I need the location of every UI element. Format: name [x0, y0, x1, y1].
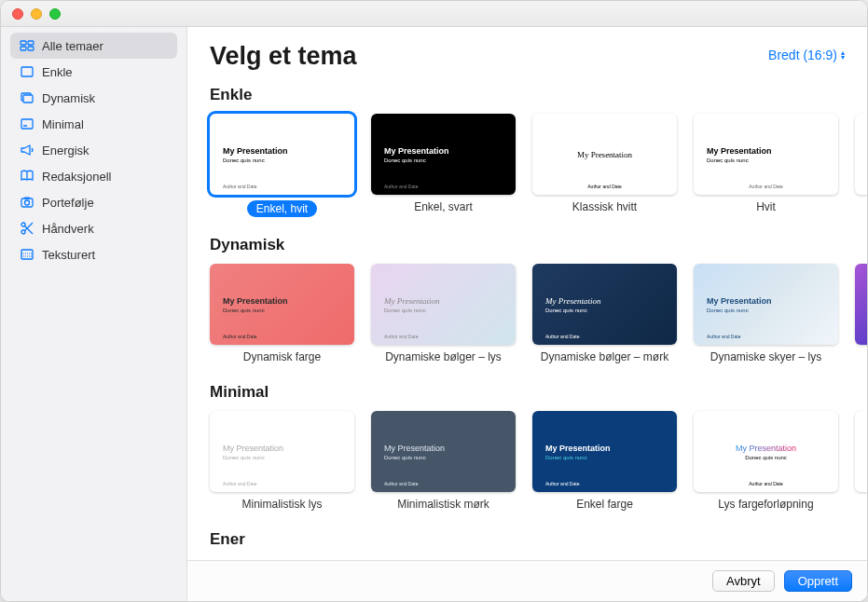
thumb-subtitle: Donec quis nunc — [384, 455, 503, 460]
template-thumbnail: My PresentationDonec quis nuncAuthor and… — [371, 114, 516, 195]
template-item[interactable]: My PresentationDonec quis nuncAuthor and… — [694, 264, 838, 364]
template-thumbnail — [855, 411, 867, 492]
thumb-title: My Presentation — [545, 296, 664, 306]
layers-icon — [20, 90, 34, 105]
thumb-title: My Presentation — [223, 296, 341, 306]
section-title: Ener — [210, 530, 867, 549]
template-thumbnail: My PresentationDonec quis nuncAuthor and… — [532, 114, 677, 195]
sidebar-item-label: Energisk — [42, 144, 90, 157]
svg-point-11 — [25, 200, 30, 205]
template-row: My PresentationDonec quis nuncAuthor and… — [210, 264, 867, 364]
camera-icon — [20, 195, 34, 210]
thumb-title: My Presentation — [384, 444, 503, 453]
template-item-partial[interactable] — [855, 411, 867, 512]
svg-rect-0 — [21, 41, 26, 45]
window-body: Alle temaerEnkleDynamiskMinimalEnergiskR… — [1, 27, 867, 601]
create-button[interactable]: Opprett — [784, 570, 852, 592]
minimal-icon — [20, 116, 34, 131]
template-item[interactable]: My PresentationDonec quis nuncAuthor and… — [371, 264, 516, 364]
maximize-window-button[interactable] — [49, 8, 61, 20]
thumb-title: My Presentation — [384, 146, 503, 156]
template-label: Enkel farge — [576, 498, 633, 511]
thumb-title: My Presentation — [736, 444, 796, 453]
megaphone-icon — [20, 143, 34, 157]
template-thumbnail: My PresentationDonec quis nuncAuthor and… — [532, 411, 677, 492]
template-thumbnail: My PresentationDonec quis nuncAuthor and… — [210, 264, 354, 345]
sidebar-item-minimal[interactable]: Minimal — [10, 111, 177, 137]
template-item-partial[interactable] — [855, 264, 867, 364]
texture-icon — [20, 247, 34, 262]
section-title: Minimal — [210, 383, 867, 402]
thumb-subtitle: Donec quis nunc — [384, 308, 503, 313]
svg-point-14 — [21, 230, 25, 234]
sidebar-item-label: Teksturert — [42, 248, 95, 262]
minimize-window-button[interactable] — [31, 8, 42, 20]
sidebar-item-portefølje[interactable]: Portefølje — [10, 189, 177, 215]
sidebar-item-teksturert[interactable]: Teksturert — [10, 241, 177, 267]
template-gallery[interactable]: EnkleMy PresentationDonec quis nuncAutho… — [187, 75, 867, 560]
svg-rect-17 — [21, 250, 33, 259]
close-window-button[interactable] — [12, 8, 23, 20]
template-item[interactable]: My PresentationDonec quis nuncAuthor and… — [694, 411, 838, 512]
svg-rect-2 — [21, 47, 26, 50]
section-title: Enkle — [210, 86, 867, 104]
square-icon — [20, 64, 34, 79]
thumb-title: My Presentation — [577, 150, 632, 159]
thumb-footer: Author and Date — [384, 334, 418, 339]
template-item[interactable]: My PresentationDonec quis nuncAuthor and… — [532, 411, 677, 512]
thumb-subtitle: Donec quis nunc — [745, 455, 787, 460]
template-item[interactable]: My PresentationDonec quis nuncAuthor and… — [694, 114, 838, 217]
template-label: Enkel, svart — [414, 200, 473, 213]
sidebar-item-label: Minimal — [42, 117, 84, 131]
sidebar-item-dynamisk[interactable]: Dynamisk — [10, 85, 177, 111]
template-item[interactable]: My PresentationDonec quis nuncAuthor and… — [532, 264, 677, 364]
thumb-subtitle: Donec quis nunc — [223, 308, 341, 313]
template-thumbnail — [855, 264, 867, 345]
thumb-subtitle: Donec quis nunc — [384, 157, 503, 163]
thumb-title: My Presentation — [707, 296, 825, 306]
thumb-footer: Author and Date — [384, 481, 418, 486]
grid-icon — [20, 38, 34, 53]
template-item[interactable]: My PresentationDonec quis nuncAuthor and… — [210, 114, 354, 217]
thumb-footer: Author and Date — [384, 184, 418, 189]
sidebar-item-redaksjonell[interactable]: Redaksjonell — [10, 163, 177, 189]
sidebar-item-alle-temaer[interactable]: Alle temaer — [10, 33, 177, 59]
thumb-footer: Author and Date — [545, 481, 579, 486]
template-thumbnail: My PresentationDonec quis nuncAuthor and… — [694, 411, 838, 492]
template-label: Dynamiske skyer – lys — [710, 350, 821, 363]
thumb-title: My Presentation — [707, 146, 825, 156]
template-item-partial[interactable] — [855, 114, 867, 217]
template-thumbnail: My PresentationDonec quis nuncAuthor and… — [210, 411, 354, 492]
thumb-subtitle: Donec quis nunc — [707, 308, 825, 313]
template-label: Lys fargeforløpning — [718, 498, 813, 511]
sidebar-item-label: Portefølje — [42, 196, 94, 210]
thumb-subtitle: Donec quis nunc — [545, 308, 664, 313]
template-label: Minimalistisk mørk — [397, 498, 489, 511]
cancel-button[interactable]: Avbryt — [712, 570, 775, 592]
template-item[interactable]: My PresentationDonec quis nuncAuthor and… — [210, 411, 354, 512]
template-item[interactable]: My PresentationDonec quis nuncAuthor and… — [371, 411, 516, 512]
thumb-subtitle: Donec quis nunc — [223, 157, 341, 163]
main-area: Velg et tema Bredt (16:9) ▴▾ EnkleMy Pre… — [187, 27, 867, 601]
book-icon — [20, 169, 34, 184]
thumb-footer: Author and Date — [545, 334, 579, 339]
thumb-title: My Presentation — [545, 444, 664, 453]
sidebar-item-label: Redaksjonell — [42, 170, 111, 184]
template-label: Klassisk hvitt — [572, 200, 637, 213]
template-item[interactable]: My PresentationDonec quis nuncAuthor and… — [210, 264, 354, 364]
template-thumbnail: My PresentationDonec quis nuncAuthor and… — [532, 264, 677, 345]
thumb-subtitle: Donec quis nunc — [223, 455, 341, 460]
sidebar-item-håndverk[interactable]: Håndverk — [10, 215, 177, 241]
aspect-ratio-selector[interactable]: Bredt (16:9) ▴▾ — [768, 48, 845, 62]
template-item[interactable]: My PresentationDonec quis nuncAuthor and… — [371, 114, 516, 217]
template-item[interactable]: My PresentationDonec quis nuncAuthor and… — [532, 114, 677, 217]
thumb-footer: Author and Date — [223, 481, 256, 486]
theme-chooser-window: Alle temaerEnkleDynamiskMinimalEnergiskR… — [0, 0, 868, 602]
template-thumbnail: My PresentationDonec quis nuncAuthor and… — [694, 114, 838, 195]
thumb-title: My Presentation — [223, 146, 341, 156]
sidebar-item-enkle[interactable]: Enkle — [10, 59, 177, 85]
sidebar-item-energisk[interactable]: Energisk — [10, 137, 177, 163]
scissors-icon — [20, 221, 34, 236]
thumb-footer: Author and Date — [532, 184, 677, 189]
template-label: Minimalistisk lys — [241, 498, 322, 511]
